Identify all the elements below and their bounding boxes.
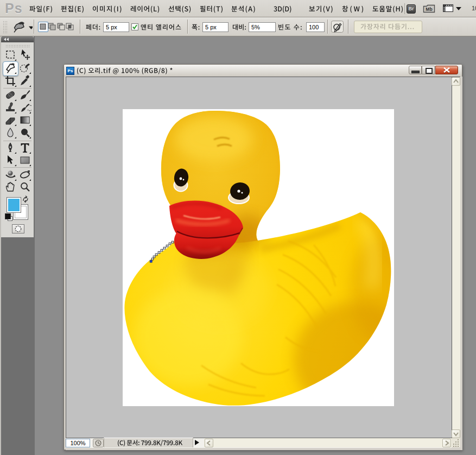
svg-text:Mb: Mb <box>426 7 432 12</box>
